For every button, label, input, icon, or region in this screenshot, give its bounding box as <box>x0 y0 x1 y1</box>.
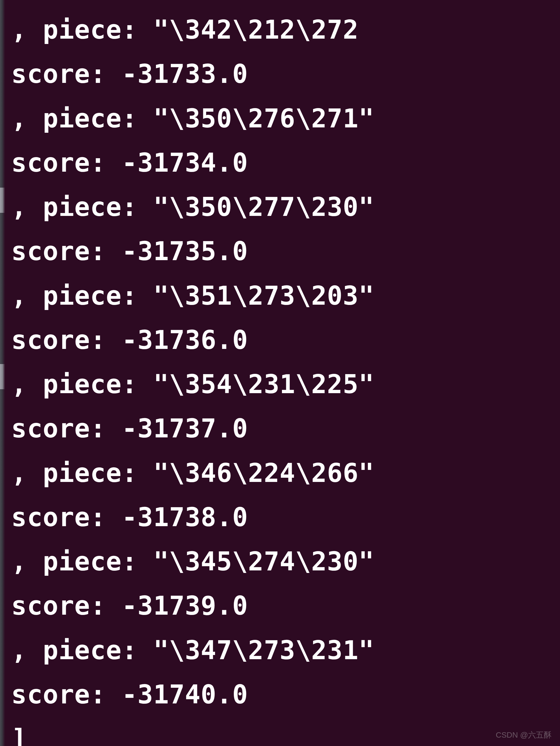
terminal-line: , piece: "\346\224\266" <box>11 458 374 488</box>
terminal-line: , piece: "\350\276\271" <box>11 104 374 134</box>
terminal-line: ] <box>11 724 27 746</box>
left-edge-marker <box>0 364 5 389</box>
terminal-line: , piece: "\347\273\231" <box>11 635 374 665</box>
terminal-line: score: -31738.0 <box>11 503 248 532</box>
terminal-line: , piece: "\350\277\230" <box>11 192 374 222</box>
terminal-line: , piece: "\345\274\230" <box>11 547 374 577</box>
terminal-line: score: -31739.0 <box>11 591 248 621</box>
terminal-output: , piece: "\342\212\272 score: -31733.0 ,… <box>11 0 374 746</box>
terminal-line: , piece: "\351\273\203" <box>11 281 374 311</box>
terminal-line: score: -31733.0 <box>11 59 248 89</box>
terminal-line: score: -31734.0 <box>11 148 248 178</box>
terminal-line: score: -31737.0 <box>11 413 248 443</box>
terminal-line: score: -31736.0 <box>11 325 248 355</box>
watermark-text: CSDN @六五酥 <box>496 728 552 742</box>
terminal-line: , piece: "\342\212\272 <box>11 15 359 45</box>
terminal-line: score: -31740.0 <box>11 680 248 710</box>
left-edge-marker <box>0 188 5 213</box>
terminal-line: , piece: "\354\231\225" <box>11 369 374 399</box>
terminal-line: score: -31735.0 <box>11 236 248 266</box>
